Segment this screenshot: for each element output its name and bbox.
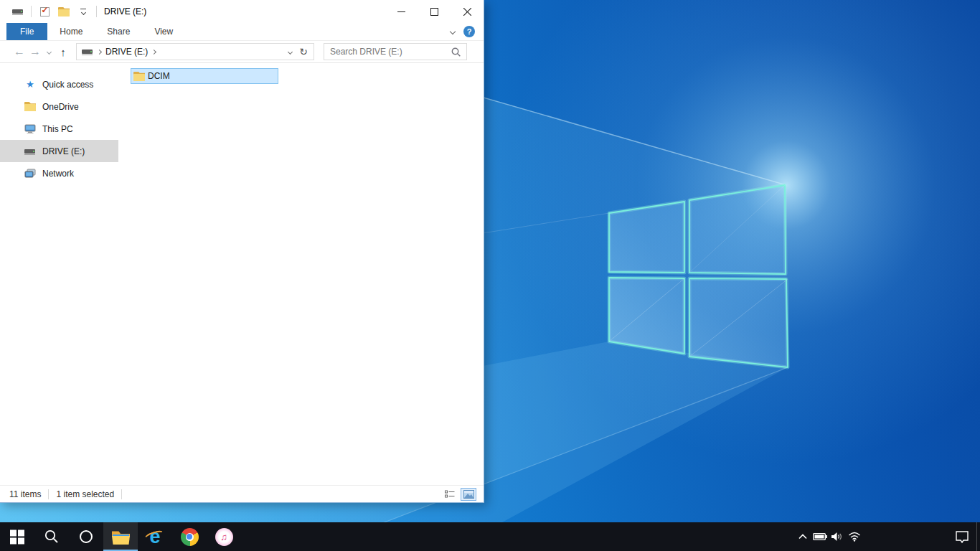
maximize-icon bbox=[430, 8, 438, 16]
close-icon bbox=[463, 8, 471, 16]
drive-icon bbox=[11, 5, 24, 18]
sidebar-item-label: Quick access bbox=[42, 80, 93, 90]
show-desktop-button[interactable] bbox=[976, 522, 980, 551]
breadcrumb-chevron-icon[interactable] bbox=[98, 50, 101, 54]
search-icon[interactable] bbox=[451, 47, 461, 57]
address-bar[interactable]: DRIVE (E:) ↻ bbox=[76, 43, 314, 60]
back-button[interactable]: ← bbox=[11, 46, 27, 57]
sidebar-item-label: DRIVE (E:) bbox=[42, 146, 85, 156]
separator bbox=[96, 6, 97, 17]
search-button[interactable] bbox=[34, 522, 69, 551]
wifi-icon[interactable] bbox=[846, 522, 863, 551]
system-tray bbox=[794, 522, 980, 551]
action-center-button[interactable] bbox=[948, 522, 976, 551]
volume-icon[interactable] bbox=[829, 522, 846, 551]
tab-home[interactable]: Home bbox=[47, 23, 95, 40]
expand-ribbon-chevron-icon[interactable] bbox=[450, 29, 456, 34]
navigation-pane: ★ Quick access OneDrive bbox=[0, 63, 118, 485]
window-body: ★ Quick access OneDrive bbox=[0, 63, 484, 485]
quick-access-star-icon: ★ bbox=[24, 80, 36, 90]
drive-icon bbox=[82, 45, 93, 58]
tab-view[interactable]: View bbox=[142, 23, 185, 40]
file-explorer-window: ✓ DRIVE (E:) bbox=[0, 0, 484, 503]
file-explorer-icon bbox=[111, 529, 131, 545]
sidebar-item-label: OneDrive bbox=[42, 102, 79, 112]
recent-locations-chevron-icon[interactable] bbox=[43, 50, 55, 54]
sidebar-item-drive-e[interactable]: DRIVE (E:) bbox=[0, 140, 118, 162]
navigation-bar: ← → ↑ DRIVE (E:) ↻ bbox=[0, 41, 484, 63]
refresh-icon[interactable]: ↻ bbox=[296, 46, 311, 57]
sidebar-item-label: Network bbox=[42, 169, 74, 179]
separator bbox=[121, 489, 122, 499]
customize-toolbar-chevron-icon[interactable] bbox=[77, 5, 90, 18]
items-count: 11 items bbox=[9, 489, 41, 499]
drive-icon bbox=[24, 146, 36, 156]
file-explorer-button[interactable] bbox=[103, 522, 138, 551]
internet-explorer-button[interactable]: e bbox=[138, 522, 172, 551]
cortana-circle-icon bbox=[78, 529, 94, 545]
itunes-button[interactable]: ♫ bbox=[207, 522, 241, 551]
check-glyph: ✓ bbox=[42, 5, 49, 15]
large-icons-view-icon[interactable] bbox=[461, 488, 476, 501]
onedrive-folder-icon bbox=[24, 102, 36, 112]
minimize-button[interactable] bbox=[385, 0, 418, 23]
taskbar: e ♫ bbox=[0, 522, 980, 551]
search-input[interactable] bbox=[330, 47, 451, 57]
sidebar-item-label: This PC bbox=[42, 124, 73, 134]
battery-icon[interactable] bbox=[811, 522, 829, 551]
separator bbox=[31, 6, 32, 17]
sidebar-item-quick-access[interactable]: ★ Quick access bbox=[0, 73, 118, 95]
file-item-dcim[interactable]: DCIM bbox=[131, 68, 278, 84]
close-button[interactable] bbox=[451, 0, 484, 23]
sidebar-item-this-pc[interactable]: This PC bbox=[0, 118, 118, 140]
separator bbox=[48, 489, 49, 499]
chrome-button[interactable] bbox=[172, 522, 207, 551]
titlebar[interactable]: ✓ DRIVE (E:) bbox=[0, 0, 484, 23]
search-icon bbox=[44, 529, 60, 545]
properties-check-icon[interactable]: ✓ bbox=[38, 5, 51, 18]
tab-share[interactable]: Share bbox=[95, 23, 142, 40]
sidebar-item-network[interactable]: Network bbox=[0, 162, 118, 184]
folder-icon bbox=[133, 71, 145, 81]
cortana-button[interactable] bbox=[69, 522, 103, 551]
search-box bbox=[324, 43, 467, 60]
this-pc-icon bbox=[24, 124, 36, 134]
folder-content-area[interactable]: DCIM bbox=[118, 63, 484, 485]
itunes-icon: ♫ bbox=[215, 528, 233, 546]
internet-explorer-icon: e bbox=[145, 527, 165, 547]
hidden-icons-chevron-icon[interactable] bbox=[794, 522, 811, 551]
minimize-icon bbox=[397, 8, 405, 16]
up-button[interactable]: ↑ bbox=[55, 47, 72, 57]
selection-count: 1 item selected bbox=[56, 489, 114, 499]
forward-button[interactable]: → bbox=[27, 46, 43, 57]
ribbon-tabs: File Home Share View ? bbox=[0, 23, 484, 41]
maximize-button[interactable] bbox=[418, 0, 451, 23]
breadcrumb-chevron-icon[interactable] bbox=[152, 50, 156, 54]
tab-file[interactable]: File bbox=[6, 23, 47, 40]
sidebar-item-onedrive[interactable]: OneDrive bbox=[0, 95, 118, 118]
window-title: DRIVE (E:) bbox=[104, 6, 146, 17]
quick-access-toolbar: ✓ bbox=[0, 5, 97, 18]
new-folder-icon[interactable] bbox=[57, 5, 70, 18]
file-item-label: DCIM bbox=[148, 71, 170, 81]
chrome-icon bbox=[181, 528, 199, 546]
network-icon bbox=[24, 169, 36, 179]
address-dropdown-chevron-icon[interactable] bbox=[288, 50, 292, 54]
windows-logo-icon bbox=[9, 529, 25, 545]
help-icon[interactable]: ? bbox=[463, 26, 475, 37]
breadcrumb-segment[interactable]: DRIVE (E:) bbox=[105, 47, 148, 57]
details-view-icon[interactable] bbox=[442, 488, 458, 501]
start-button[interactable] bbox=[0, 522, 34, 551]
status-bar: 11 items 1 item selected bbox=[0, 485, 484, 502]
action-center-icon bbox=[955, 530, 969, 544]
window-controls bbox=[385, 0, 484, 23]
